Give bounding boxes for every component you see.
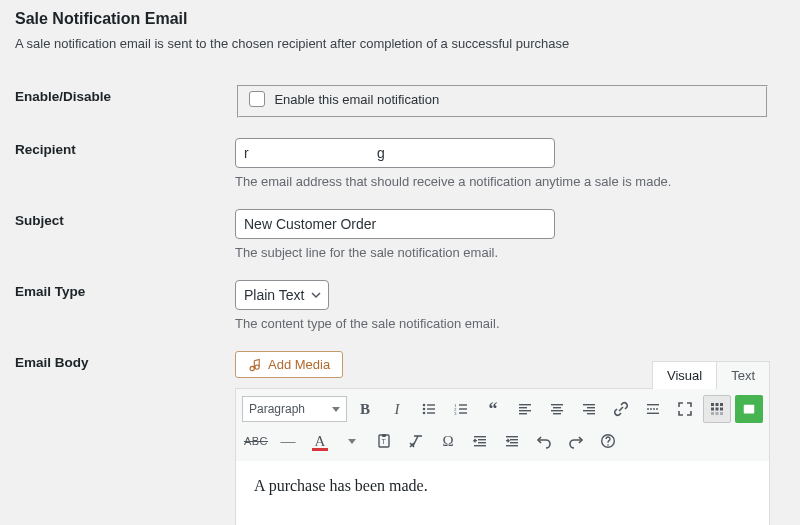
svg-point-53 xyxy=(602,435,615,448)
svg-rect-45 xyxy=(474,436,486,437)
align-right-button[interactable] xyxy=(575,395,603,423)
svg-rect-47 xyxy=(478,442,486,443)
svg-rect-36 xyxy=(716,408,719,411)
page-title: Sale Notification Email xyxy=(15,10,780,28)
email-type-help: The content type of the sale notificatio… xyxy=(235,316,770,331)
add-media-button[interactable]: Add Media xyxy=(235,351,343,378)
align-left-button[interactable] xyxy=(511,395,539,423)
svg-rect-41 xyxy=(744,405,755,414)
caret-down-icon xyxy=(332,407,340,412)
svg-point-54 xyxy=(607,444,609,446)
help-button[interactable] xyxy=(594,427,622,455)
italic-button[interactable]: I xyxy=(383,395,411,423)
undo-button[interactable] xyxy=(530,427,558,455)
recipient-label: Recipient xyxy=(15,128,235,199)
subject-label: Subject xyxy=(15,199,235,270)
enable-checkbox-wrapper[interactable]: Enable this email notification xyxy=(249,92,439,107)
redo-button[interactable] xyxy=(562,427,590,455)
insert-shortcode-button[interactable] xyxy=(735,395,763,423)
svg-rect-7 xyxy=(427,413,435,414)
svg-rect-9 xyxy=(459,405,467,406)
tab-text[interactable]: Text xyxy=(716,361,770,389)
paste-text-button[interactable]: T xyxy=(370,427,398,455)
settings-form: Enable/Disable Enable this email notific… xyxy=(15,75,780,525)
svg-rect-50 xyxy=(510,439,518,440)
svg-rect-48 xyxy=(474,445,486,446)
svg-text:3: 3 xyxy=(454,411,457,416)
svg-point-1 xyxy=(255,365,259,369)
svg-rect-22 xyxy=(583,404,595,405)
svg-rect-38 xyxy=(711,412,714,415)
svg-point-2 xyxy=(423,404,426,407)
enable-checkbox-label: Enable this email notification xyxy=(274,92,439,107)
svg-rect-49 xyxy=(506,436,518,437)
svg-text:1: 1 xyxy=(454,403,457,408)
svg-rect-37 xyxy=(720,408,723,411)
svg-point-0 xyxy=(250,366,254,370)
svg-rect-51 xyxy=(510,442,518,443)
svg-text:2: 2 xyxy=(454,407,457,412)
email-type-selected: Plain Text xyxy=(244,287,304,303)
editor-content[interactable]: A purchase has been made. xyxy=(236,461,769,525)
svg-rect-11 xyxy=(459,409,467,410)
svg-rect-33 xyxy=(716,403,719,406)
svg-rect-40 xyxy=(720,412,723,415)
svg-rect-20 xyxy=(551,410,563,411)
special-character-button[interactable]: Ω xyxy=(434,427,462,455)
align-center-button[interactable] xyxy=(543,395,571,423)
email-type-label: Email Type xyxy=(15,270,235,341)
svg-rect-18 xyxy=(551,404,563,405)
tab-visual[interactable]: Visual xyxy=(652,361,717,389)
svg-rect-17 xyxy=(519,413,527,414)
page-description: A sale notification email is sent to the… xyxy=(15,36,780,51)
svg-rect-5 xyxy=(427,409,435,410)
text-color-dropdown[interactable] xyxy=(338,427,366,455)
outdent-button[interactable] xyxy=(466,427,494,455)
svg-rect-23 xyxy=(587,407,595,408)
svg-rect-19 xyxy=(553,407,561,408)
svg-rect-26 xyxy=(647,404,659,405)
svg-rect-24 xyxy=(583,410,595,411)
clear-formatting-button[interactable] xyxy=(402,427,430,455)
subject-input[interactable] xyxy=(235,209,555,239)
enable-checkbox[interactable] xyxy=(249,91,265,107)
svg-rect-14 xyxy=(519,404,531,405)
svg-rect-52 xyxy=(506,445,518,446)
email-type-select[interactable]: Plain Text xyxy=(235,280,329,310)
svg-point-4 xyxy=(423,408,426,411)
svg-text:T: T xyxy=(382,438,387,445)
subject-help: The subject line for the sale notificati… xyxy=(235,245,770,260)
music-note-icon xyxy=(248,358,262,372)
text-color-button[interactable]: A xyxy=(306,427,334,455)
recipient-help: The email address that should receive a … xyxy=(235,174,770,189)
svg-rect-27 xyxy=(647,413,659,414)
svg-rect-29 xyxy=(650,409,652,410)
svg-rect-28 xyxy=(647,409,649,410)
blockquote-button[interactable]: “ xyxy=(479,395,507,423)
svg-point-6 xyxy=(423,412,426,415)
fullscreen-button[interactable] xyxy=(671,395,699,423)
svg-rect-39 xyxy=(716,412,719,415)
svg-rect-13 xyxy=(459,413,467,414)
strikethrough-button[interactable]: ABC xyxy=(242,427,270,455)
numbered-list-button[interactable]: 123 xyxy=(447,395,475,423)
svg-rect-31 xyxy=(656,409,658,410)
svg-rect-42 xyxy=(379,435,389,447)
svg-rect-15 xyxy=(519,407,527,408)
toolbar-toggle-button[interactable] xyxy=(703,395,731,423)
content-line: A purchase has been made. xyxy=(254,477,751,495)
svg-rect-43 xyxy=(382,434,386,437)
rich-text-editor: Paragraph B I 123 xyxy=(235,388,770,525)
bullet-list-button[interactable] xyxy=(415,395,443,423)
recipient-input[interactable] xyxy=(235,138,555,168)
horizontal-rule-button[interactable]: — xyxy=(274,427,302,455)
read-more-button[interactable] xyxy=(639,395,667,423)
svg-rect-34 xyxy=(720,403,723,406)
svg-rect-30 xyxy=(653,409,655,410)
add-media-label: Add Media xyxy=(268,357,330,372)
indent-button[interactable] xyxy=(498,427,526,455)
svg-rect-16 xyxy=(519,410,531,411)
format-select[interactable]: Paragraph xyxy=(242,396,347,422)
link-button[interactable] xyxy=(607,395,635,423)
bold-button[interactable]: B xyxy=(351,395,379,423)
